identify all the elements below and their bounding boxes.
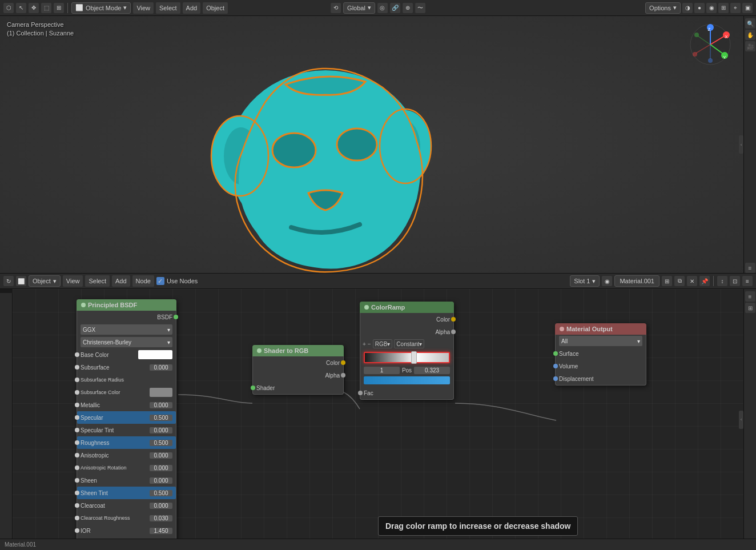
viewport-shading-solid[interactable]: ◑ [682, 3, 693, 13]
use-nodes-checkbox[interactable]: ✓ [156, 277, 164, 285]
camera-icon[interactable]: 🎥 [745, 41, 755, 51]
overlay-toggle[interactable]: ⊞ [718, 3, 729, 13]
material-sphere-icon[interactable]: ◉ [602, 276, 612, 286]
proportional-icon[interactable]: ◎ [377, 3, 388, 13]
sheen-socket[interactable] [75, 478, 79, 483]
node-editor[interactable]: Principled BSDF BSDF GGX ▾ [13, 289, 743, 550]
use-nodes-toggle[interactable]: ✓ Use Nodes [156, 277, 198, 285]
ramp-remove-icon[interactable]: − [368, 341, 371, 347]
subsurface-radius-socket[interactable] [75, 378, 79, 382]
shader-rgb-alpha-socket[interactable] [341, 373, 345, 378]
node-editor-collapse-handle[interactable]: ‹ [739, 411, 743, 429]
add-menu[interactable]: Add [183, 2, 201, 14]
clearcoat-rough-socket[interactable] [75, 516, 79, 520]
ramp-color-bar[interactable] [364, 376, 450, 384]
colorramp-node[interactable]: ColorRamp Color Alpha + [360, 302, 454, 400]
matout-header[interactable]: Material Output [555, 323, 646, 335]
anisotropic-socket[interactable] [75, 453, 79, 457]
node-bar-icon3[interactable]: ≡ [742, 276, 753, 286]
snap-toggle[interactable]: 🔗 [390, 3, 400, 13]
material-pin-icon[interactable]: 📌 [699, 276, 710, 286]
ramp-add-icon[interactable]: + [363, 341, 366, 347]
material-shield-icon[interactable]: ⊞ [662, 276, 672, 286]
shader-rgb-color-socket[interactable] [341, 360, 345, 365]
node-select-menu[interactable]: Select [85, 275, 110, 287]
slot-dropdown[interactable]: Slot 1 ▾ [570, 275, 600, 287]
shader-to-rgb-node[interactable]: Shader to RGB Color Alpha [252, 345, 344, 395]
color-ramp-gradient[interactable] [364, 352, 450, 363]
snap-icon[interactable]: ⟲ [331, 3, 341, 13]
sheen-tint-socket[interactable] [75, 491, 79, 495]
cursor-icon[interactable]: ↖ [16, 3, 26, 13]
colorramp-alpha-socket[interactable] [451, 330, 456, 334]
surface-socket[interactable] [553, 351, 558, 356]
settings-icon[interactable]: ≡ [745, 263, 755, 273]
transform-icon[interactable]: ⊞ [54, 3, 64, 13]
constant-dropdown[interactable]: Constant ▾ [394, 339, 424, 348]
node-panel-icon1[interactable]: ≡ [745, 291, 755, 302]
anisotropic-rot-socket[interactable] [75, 465, 79, 470]
node-bar-icon1[interactable]: ↕ [717, 276, 727, 286]
view-menu[interactable]: View [133, 2, 154, 14]
colorramp-header[interactable]: ColorRamp [360, 302, 454, 313]
node-type-icon[interactable]: ⬜ [16, 276, 26, 286]
clearcoat-socket[interactable] [75, 503, 79, 508]
node-editor-icon[interactable]: ↻ [3, 276, 14, 286]
xray-toggle[interactable]: ▣ [742, 3, 753, 13]
wave-icon[interactable]: 〜 [415, 3, 425, 13]
ramp-handle[interactable] [411, 351, 417, 364]
move-icon[interactable]: ✥ [29, 3, 39, 13]
rgb-dropdown[interactable]: RGB ▾ [373, 339, 393, 348]
material-delete-icon[interactable]: ✕ [687, 276, 697, 286]
shader-input-socket[interactable] [251, 386, 255, 390]
select-menu[interactable]: Select [156, 2, 180, 14]
viewport-shading-rendered[interactable]: ◉ [706, 3, 717, 13]
node-canvas[interactable]: Principled BSDF BSDF GGX ▾ [13, 289, 743, 550]
subsurface-color-socket[interactable] [75, 390, 79, 395]
viewport-gizmo[interactable]: Z X Y [687, 22, 733, 67]
gizmo-toggle[interactable]: ⌖ [730, 3, 741, 13]
node-bar-icon2[interactable]: ⊡ [730, 276, 740, 286]
ggx-dropdown[interactable]: GGX ▾ [81, 324, 172, 335]
node-add-menu[interactable]: Add [112, 275, 130, 287]
zoom-in-icon[interactable]: 🔍 [745, 18, 755, 29]
specular-socket[interactable] [75, 415, 79, 420]
global-dropdown[interactable]: Global ▾ [343, 2, 375, 14]
node-view-menu[interactable]: View [63, 275, 83, 287]
all-dropdown[interactable]: All ▾ [559, 336, 642, 346]
metallic-socket[interactable] [75, 403, 79, 407]
subsurface-color-swatch[interactable] [150, 388, 172, 397]
bsdf-output-socket[interactable] [174, 315, 178, 319]
base-color-swatch[interactable] [138, 350, 172, 359]
subsurface-socket[interactable] [75, 365, 79, 370]
specular-tint-socket[interactable] [75, 428, 79, 432]
ior-socket[interactable] [75, 528, 79, 533]
base-color-socket[interactable] [75, 352, 79, 357]
displacement-socket[interactable] [553, 376, 558, 381]
principled-bsdf-node[interactable]: Principled BSDF BSDF GGX ▾ [77, 299, 176, 550]
3d-viewport[interactable]: Camera Perspective (1) Collection | Suza… [0, 16, 756, 273]
node-panel-icon2[interactable]: ⊞ [745, 303, 755, 313]
viewport-collapse-handle[interactable]: ‹ [739, 135, 743, 154]
material-name-field[interactable]: Material.001 [614, 275, 660, 287]
node-node-menu[interactable]: Node [132, 275, 154, 287]
blender-icon[interactable]: ⬡ [3, 3, 14, 13]
hand-icon[interactable]: ✋ [745, 30, 755, 40]
material-copy-icon[interactable]: ⧉ [674, 276, 685, 286]
colorramp-color-socket[interactable] [451, 317, 456, 322]
node-object-dropdown[interactable]: Object ▾ [29, 275, 61, 287]
material-output-node[interactable]: Material Output All ▾ Surface [555, 323, 646, 386]
options-dropdown[interactable]: Options ▾ [645, 2, 681, 14]
box-select-icon[interactable]: ⬚ [41, 3, 51, 13]
fac-socket[interactable] [358, 391, 363, 395]
object-menu[interactable]: Object [203, 2, 228, 14]
roughness-socket[interactable] [75, 440, 79, 445]
viewport-canvas[interactable]: Camera Perspective (1) Collection | Suza… [0, 16, 756, 273]
object-mode-dropdown[interactable]: ⬜ Object Mode ▾ [71, 2, 131, 14]
volume-socket[interactable] [553, 364, 558, 368]
viewport-shading-material[interactable]: ● [694, 3, 705, 13]
transform-pivot[interactable]: ⊕ [403, 3, 413, 13]
bsdf-node-header[interactable]: Principled BSDF [77, 299, 176, 311]
christensen-dropdown[interactable]: Christensen-Burley ▾ [81, 337, 172, 347]
shader-to-rgb-header[interactable]: Shader to RGB [252, 345, 344, 356]
